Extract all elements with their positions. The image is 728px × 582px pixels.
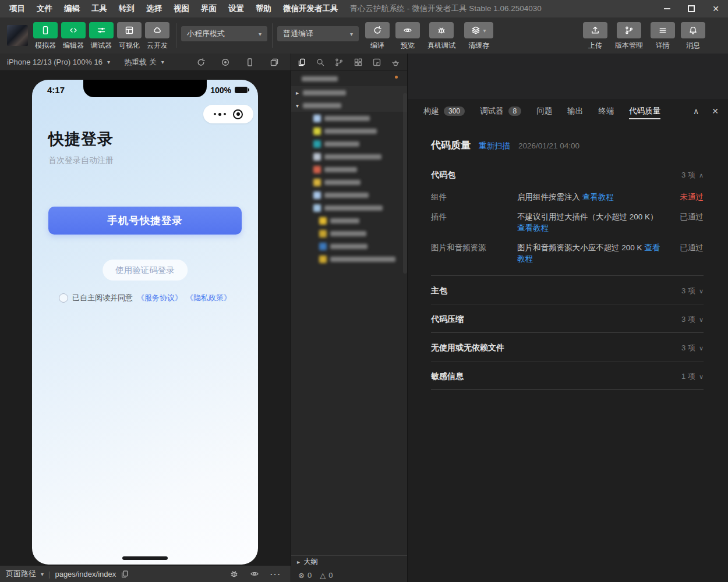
tree-row[interactable]: [291, 201, 407, 214]
device-frame-button[interactable]: [245, 58, 255, 67]
search-icon[interactable]: [316, 58, 325, 67]
npm-icon[interactable]: [372, 58, 381, 67]
redacted-text: [313, 179, 361, 186]
quality-group-header-sensitive-info[interactable]: 敏感信息1 项∨: [431, 361, 704, 389]
hot-reload-toggle[interactable]: 热重载 关 ▾: [124, 57, 164, 68]
details-button[interactable]: 详情: [648, 22, 678, 51]
quality-group-header-unused-files[interactable]: 无使用或无依赖文件3 项∨: [431, 333, 704, 361]
sms-login-button[interactable]: 使用验证码登录: [103, 260, 188, 281]
page-path-label[interactable]: 页面路径: [6, 569, 36, 579]
tree-row[interactable]: [291, 163, 407, 176]
quality-group-header-main-package[interactable]: 主包3 项∨: [431, 276, 704, 304]
message-button[interactable]: 消息: [678, 22, 708, 51]
menu-item-9[interactable]: 帮助: [250, 0, 277, 17]
remote-debug-button-label: 真机调试: [427, 41, 455, 51]
tree-row[interactable]: ▾: [291, 99, 407, 112]
compile-mode-dropdown[interactable]: 普通编译 ▾: [277, 26, 359, 41]
tree-row[interactable]: [291, 253, 407, 265]
simulator-button[interactable]: 模拟器: [31, 22, 59, 51]
minimize-icon: [664, 8, 670, 9]
tree-row[interactable]: [291, 71, 407, 86]
menu-item-4[interactable]: 转到: [113, 0, 140, 17]
quality-group-header-code-compression[interactable]: 代码压缩3 项∨: [431, 304, 704, 332]
clear-cache-button[interactable]: ▾清缓存: [460, 22, 497, 51]
rescan-link[interactable]: 重新扫描: [479, 141, 510, 151]
copy-icon[interactable]: [121, 570, 129, 578]
menu-item-0[interactable]: 项目: [3, 0, 31, 17]
tab-build[interactable]: 构建300: [423, 100, 465, 122]
tab-problems[interactable]: 问题: [536, 100, 552, 122]
close-button[interactable]: ✕: [704, 0, 728, 17]
debugger-button[interactable]: 调试器: [87, 22, 115, 51]
quality-group-header-code-package[interactable]: 代码包3 项∧: [431, 160, 704, 188]
source-control-icon[interactable]: [334, 58, 344, 67]
compile-button[interactable]: 编译: [362, 22, 393, 51]
miniprogram-capsule[interactable]: [203, 105, 253, 123]
more-icon[interactable]: [214, 113, 226, 116]
explorer-files-icon[interactable]: [297, 58, 306, 67]
group-label: 主包: [431, 286, 447, 296]
maximize-button[interactable]: [679, 0, 704, 17]
tree-row[interactable]: [291, 240, 407, 253]
tree-row[interactable]: [291, 112, 407, 125]
menu-item-6[interactable]: 视图: [168, 0, 195, 17]
menu-item-2[interactable]: 编辑: [58, 0, 86, 17]
outline-section[interactable]: ▸ 大纲: [291, 555, 407, 568]
menu-item-5[interactable]: 选择: [140, 0, 168, 17]
error-count[interactable]: ⊗0: [298, 571, 312, 580]
device-selector[interactable]: iPhone 12/13 (Pro) 100% 16 ▾: [7, 58, 110, 66]
quality-row-plugin: 插件不建议引用过大插件（大小超过 200 K） 查看教程已通过: [431, 211, 704, 233]
cloud-dev-button[interactable]: 云开发: [143, 22, 171, 51]
close-panel-icon[interactable]: ✕: [712, 107, 719, 116]
upload-button[interactable]: 上传: [580, 22, 610, 51]
footer-preview-button[interactable]: [250, 569, 259, 579]
warning-count[interactable]: △0: [320, 571, 333, 580]
tab-terminal[interactable]: 终端: [598, 100, 614, 122]
appmode-dropdown[interactable]: 小程序模式 ▾: [181, 26, 267, 41]
tree-row[interactable]: [291, 214, 407, 227]
exit-icon[interactable]: [233, 109, 243, 119]
tree-row[interactable]: [291, 189, 407, 201]
tree-row[interactable]: [291, 176, 407, 189]
tab-debugger[interactable]: 调试器8: [480, 100, 521, 122]
multi-window-button[interactable]: [270, 58, 279, 67]
agreement-link-1[interactable]: 《隐私政策》: [186, 293, 231, 302]
footer-more-button[interactable]: ···: [270, 570, 281, 579]
footer-debug-button[interactable]: [229, 569, 239, 579]
tab-code-quality[interactable]: 代码质量: [629, 100, 660, 122]
minimize-button[interactable]: [655, 0, 679, 17]
simulator-canvas: 4:17 100% 快捷登录 首次登录自动注册 手机号快捷登录 使用验证码登录: [0, 71, 291, 566]
tree-row[interactable]: ▸: [291, 86, 407, 99]
collapse-panel-icon[interactable]: ∧: [693, 107, 699, 116]
agreement-link-0[interactable]: 《服务协议》: [137, 293, 182, 302]
menu-item-10[interactable]: 微信开发者工具: [277, 0, 344, 17]
phone-login-button[interactable]: 手机号快捷登录: [48, 207, 242, 235]
editor-button[interactable]: 编辑器: [59, 22, 87, 51]
tree-row[interactable]: [291, 227, 407, 240]
record-button[interactable]: [221, 58, 230, 67]
row-label: 组件: [431, 191, 517, 203]
view-tutorial-link[interactable]: 查看教程: [582, 193, 614, 201]
menu-item-3[interactable]: 工具: [86, 0, 113, 17]
widgets-icon[interactable]: [354, 58, 363, 67]
visual-button[interactable]: 可视化: [115, 22, 143, 51]
menu-item-1[interactable]: 文件: [31, 0, 58, 17]
lines-icon: [651, 22, 675, 38]
preview-button[interactable]: 预览: [393, 22, 423, 51]
agreement-checkbox[interactable]: [59, 293, 68, 303]
version-button[interactable]: 版本管理: [610, 22, 648, 51]
tab-output[interactable]: 输出: [567, 100, 583, 122]
refresh-sim-button[interactable]: [196, 58, 206, 67]
tree-row[interactable]: [291, 137, 407, 150]
menu-item-7[interactable]: 界面: [195, 0, 222, 17]
theme-icon[interactable]: [391, 58, 400, 67]
row-label: 图片和音频资源: [431, 242, 517, 264]
scrollbar[interactable]: [403, 93, 407, 274]
remote-debug-button[interactable]: 真机调试: [423, 22, 460, 51]
tree-row[interactable]: [291, 150, 407, 163]
view-tutorial-link[interactable]: 查看教程: [517, 223, 549, 232]
menu-item-8[interactable]: 设置: [222, 0, 250, 17]
tree-row[interactable]: [291, 125, 407, 137]
view-tutorial-link[interactable]: 查看教程: [517, 243, 660, 263]
avatar[interactable]: [7, 25, 28, 46]
